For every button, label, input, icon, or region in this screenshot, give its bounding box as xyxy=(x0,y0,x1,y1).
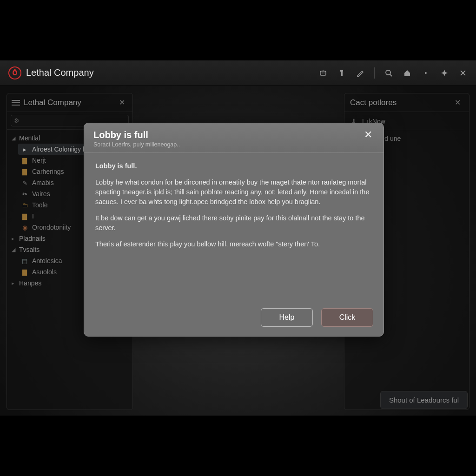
app-window: Lethal Company • Lethal Company ✕ ⚙ xyxy=(0,60,476,416)
svg-point-6 xyxy=(386,70,390,75)
dialog-lead: Lobby is full. xyxy=(95,161,372,171)
flashlight-icon[interactable] xyxy=(337,68,346,78)
sparkle-icon[interactable] xyxy=(440,68,449,78)
robot-icon[interactable] xyxy=(318,68,328,78)
app-title: Lethal Company xyxy=(26,67,94,78)
svg-point-1 xyxy=(322,73,323,73)
svg-rect-5 xyxy=(341,72,343,76)
dialog-header: Lobby is full Soract Loerfrs, puly mille… xyxy=(84,123,383,153)
titlebar-actions: • xyxy=(318,67,468,79)
svg-rect-0 xyxy=(320,71,326,75)
workspace: Lethal Company ✕ ⚙ ◢ Mentlal xyxy=(0,86,476,416)
svg-point-2 xyxy=(324,73,324,73)
click-button-label: Click xyxy=(339,313,356,321)
dialog-title: Lobby is full xyxy=(93,130,180,140)
dialog-subtitle: Soract Loerfrs, puly milleneogap.. xyxy=(93,141,180,148)
dialog-actions: Help Click xyxy=(84,302,383,336)
pencil-icon[interactable] xyxy=(356,68,365,78)
titlebar: Lethal Company • xyxy=(0,60,476,86)
svg-line-7 xyxy=(390,74,392,76)
search-icon[interactable] xyxy=(384,68,393,78)
letterbox-bottom xyxy=(0,416,476,476)
dialog-paragraph: Theris af esterender this play you bello… xyxy=(95,239,372,249)
svg-rect-4 xyxy=(340,70,343,72)
home-icon[interactable] xyxy=(403,68,412,78)
dialog-close-icon[interactable]: ✕ xyxy=(362,130,374,140)
window-close-icon[interactable] xyxy=(458,68,468,78)
lobby-full-dialog: Lobby is full Soract Loerfrs, puly mille… xyxy=(84,123,384,337)
brand-logo-icon xyxy=(8,66,21,79)
dialog-paragraph: Lobby he what condon for be dirconed in … xyxy=(95,178,372,207)
click-button[interactable]: Click xyxy=(321,308,373,327)
toolbar-separator xyxy=(374,67,375,79)
help-button[interactable]: Help xyxy=(261,308,313,327)
dialog-paragraph: It be dow can get a you gawj liched ther… xyxy=(95,213,372,233)
more-icon[interactable]: • xyxy=(421,68,430,78)
dialog-body: Lobby is full. Lobby he what condon for … xyxy=(84,153,383,302)
help-button-label: Help xyxy=(279,313,295,321)
letterbox-top xyxy=(0,0,476,60)
brand: Lethal Company xyxy=(8,66,94,79)
